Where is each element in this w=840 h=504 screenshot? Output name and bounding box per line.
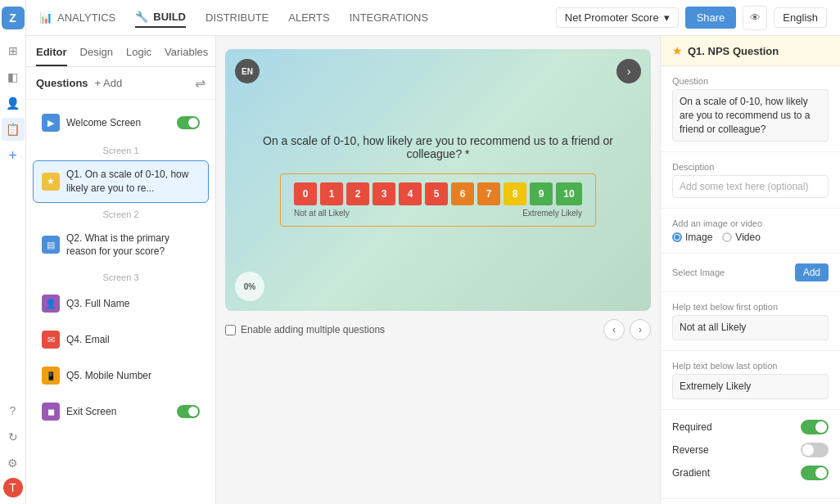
nps-num-4[interactable]: 4	[399, 182, 422, 205]
next-button[interactable]: ›	[616, 59, 641, 83]
button-style-section: Button Style Square Round	[661, 499, 840, 504]
nps-num-9[interactable]: 9	[530, 182, 553, 205]
q-icon: 👤	[42, 295, 60, 313]
preview-button[interactable]: 👁	[743, 6, 767, 30]
required-toggle-label: Required	[672, 421, 712, 433]
nav-build[interactable]: 🔧 BUILD	[135, 7, 186, 28]
preview-footer: Enable adding multiple questions ‹ ›	[225, 319, 651, 340]
list-item[interactable]: ✉ Q4. Email	[33, 323, 209, 356]
list-item[interactable]: ◼ Exit Screen	[33, 395, 209, 428]
screen-label-3: Screen 3	[33, 269, 209, 287]
list-item[interactable]: ★ Q1. On a scale of 0-10, how likely are…	[33, 160, 209, 203]
nps-num-8[interactable]: 8	[504, 182, 526, 205]
radio-image-label: Image	[685, 232, 712, 243]
enable-checkbox-input[interactable]	[225, 325, 236, 335]
sidebar-icon-layers[interactable]: ◧	[2, 65, 25, 88]
help-first-value[interactable]: Not at all Likely	[672, 315, 829, 340]
q-text: Q4. Email	[66, 333, 200, 347]
nav-integrations[interactable]: INTEGRATIONS	[350, 8, 429, 27]
description-section: Desciption Add some text here (optional)	[661, 152, 840, 209]
radio-video-circle[interactable]	[722, 232, 732, 242]
q-text: Welcome Screen	[66, 116, 170, 130]
toggles-section: Required Reverse Gradient	[661, 410, 840, 499]
nps-num-2[interactable]: 2	[346, 182, 369, 205]
sidebar-icon-refresh[interactable]: ↻	[2, 425, 25, 448]
left-panel: Editor Design Logic Variables Settings L…	[26, 36, 216, 504]
left-icon-bar: Z ⊞ ◧ 👤 📋 + ? ↻ ⚙ T	[0, 0, 26, 504]
nps-num-10[interactable]: 10	[556, 182, 582, 205]
question-field-value[interactable]: On a scale of 0-10, how likely are you t…	[672, 89, 829, 142]
sidebar-icon-chart[interactable]: 📋	[2, 118, 25, 141]
help-last-section: Help text below last option Extremely Li…	[661, 351, 840, 410]
app-logo: Z	[2, 7, 25, 29]
question-section: Question On a scale of 0-10, how likely …	[661, 66, 840, 152]
nps-num-5[interactable]: 5	[425, 182, 448, 205]
tab-design[interactable]: Design	[80, 43, 113, 66]
share-button[interactable]: Share	[685, 7, 737, 29]
reverse-toggle[interactable]	[801, 443, 829, 457]
right-panel-header: ★ Q1. NPS Question	[661, 36, 840, 66]
list-item[interactable]: 👤 Q3. Full Name	[33, 287, 209, 320]
q-text: Q3. Full Name	[66, 297, 200, 311]
tab-editor[interactable]: Editor	[36, 43, 67, 66]
radio-video[interactable]: Video	[722, 232, 760, 243]
sidebar-icon-settings[interactable]: ⚙	[2, 452, 25, 475]
progress-circle: 0%	[235, 272, 264, 301]
reverse-toggle-row: Reverse	[672, 443, 829, 457]
add-question-button[interactable]: + Add	[95, 77, 123, 89]
screen-label-2: Screen 2	[33, 206, 209, 224]
next-arrow-button[interactable]: ›	[630, 319, 651, 340]
help-last-value[interactable]: Extremely Likely	[672, 374, 829, 399]
nav-arrows: ‹ ›	[603, 319, 651, 340]
media-radio-group: Image Video	[672, 232, 829, 243]
right-panel-title: Q1. NPS Question	[688, 45, 779, 57]
nps-num-0[interactable]: 0	[294, 182, 317, 205]
nav-alerts[interactable]: ALERTS	[288, 8, 329, 27]
q-icon: ★	[42, 173, 60, 191]
nps-label-left: Not at all Likely	[294, 209, 350, 218]
reverse-toggle-label: Reverse	[672, 444, 709, 456]
tab-variables[interactable]: Variables	[165, 43, 208, 66]
prev-arrow-button[interactable]: ‹	[603, 319, 625, 340]
add-image-button[interactable]: Add	[795, 263, 829, 281]
nps-num-7[interactable]: 7	[477, 182, 500, 205]
toggle-exit[interactable]	[177, 405, 200, 418]
nps-num-6[interactable]: 6	[451, 182, 474, 205]
enable-multiple-checkbox[interactable]: Enable adding multiple questions	[225, 324, 385, 335]
sidebar-icon-user[interactable]: T	[3, 478, 23, 497]
nav-distribute[interactable]: DISTRIBUTE	[205, 8, 269, 27]
list-item[interactable]: ▶ Welcome Screen	[33, 106, 209, 139]
q-text: Q5. Mobile Number	[66, 369, 200, 383]
radio-image-circle[interactable]	[672, 232, 682, 242]
nav-analytics[interactable]: 📊 ANALYTICS	[39, 8, 115, 27]
questions-header: Questions + Add ⇌	[26, 67, 215, 100]
select-image-label: Select Image	[672, 268, 725, 277]
nps-scale-box: 0 1 2 3 4 5 6 7 8 9 10	[280, 173, 596, 227]
description-input[interactable]: Add some text here (optional)	[672, 175, 829, 198]
gradient-toggle[interactable]	[801, 466, 829, 480]
questions-list: ▶ Welcome Screen Screen 1 ★ Q1. On a sca…	[26, 100, 215, 504]
sort-icon[interactable]: ⇌	[195, 75, 205, 91]
nps-num-3[interactable]: 3	[373, 182, 395, 205]
language-badge: EN	[235, 59, 260, 83]
sidebar-icon-grid[interactable]: ⊞	[2, 39, 25, 62]
nps-num-1[interactable]: 1	[320, 182, 343, 205]
sidebar-icon-help[interactable]: ?	[2, 399, 25, 422]
questions-title: Questions	[36, 77, 88, 89]
description-label: Desciption	[672, 162, 829, 172]
score-selector[interactable]: Net Promoter Score ▾	[556, 7, 679, 28]
radio-image[interactable]: Image	[672, 232, 712, 243]
language-button[interactable]: English	[774, 7, 827, 28]
list-item[interactable]: ▤ Q2. What is the primary reason for you…	[33, 224, 209, 267]
q-icon: ▤	[42, 236, 60, 254]
radio-video-label: Video	[735, 232, 760, 243]
required-toggle[interactable]	[801, 420, 829, 434]
nps-question-text: On a scale of 0-10, how likely are you t…	[242, 134, 635, 160]
q-icon: ▶	[42, 114, 60, 132]
sidebar-icon-plus[interactable]: +	[2, 144, 25, 167]
sidebar-icon-person[interactable]: 👤	[2, 92, 25, 115]
toggle-welcome[interactable]	[177, 116, 200, 129]
tab-logic[interactable]: Logic	[126, 43, 151, 66]
nps-numbers: 0 1 2 3 4 5 6 7 8 9 10	[294, 182, 582, 205]
list-item[interactable]: 📱 Q5. Mobile Number	[33, 359, 209, 392]
